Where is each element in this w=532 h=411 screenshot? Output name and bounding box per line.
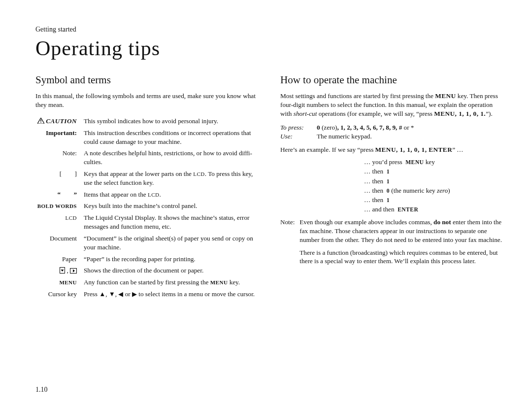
definition-term: , (35, 265, 84, 276)
definition-row: Paper“Paper” is the recording paper for … (35, 253, 258, 265)
definition-row: MENUAny function can be started by first… (35, 276, 258, 288)
definition-term: LCD (35, 212, 84, 233)
step-line: … then 1 (364, 195, 502, 205)
operate-intro: Most settings and functions are started … (280, 92, 502, 118)
symbol-intro: In this manual, the following symbols an… (35, 92, 258, 109)
shortcut-term: short-cut (294, 110, 317, 117)
definition-term: Paper (35, 253, 84, 265)
definition-term: Cursor key (35, 288, 84, 300)
operate-note: Note: Even though our example above incl… (280, 218, 502, 266)
text: or * (402, 124, 414, 131)
svg-marker-6 (73, 270, 75, 273)
definition-row: Important:This instruction describes con… (35, 127, 258, 148)
text: (zero) (320, 124, 337, 131)
heading-operate: How to operate the machine (280, 73, 502, 87)
running-head: Getting started (35, 26, 502, 34)
manual-page: Getting started Operating tips Symbol an… (0, 0, 532, 320)
note-p1: Even though our example above includes c… (299, 218, 502, 244)
text: Most settings and functions are started … (280, 92, 435, 100)
press-use-block: To press: 0 (zero), 1, 2, 3, 4, 5, 6, 7,… (280, 123, 502, 141)
definition-term: BOLD WORDS (35, 200, 84, 212)
definition-term: MENU (35, 276, 84, 288)
warning-icon (37, 118, 44, 124)
do-not: do not (433, 218, 451, 226)
definition-desc: Items that appear on the LCD. (84, 189, 258, 201)
col-symbol-and-terms: Symbol and terms In this manual, the fol… (35, 73, 258, 300)
text: ” … (452, 146, 463, 153)
definition-desc: A note describes helpful hints, restrict… (84, 147, 258, 168)
text: , 1, 2, 3, 4, 5, 6, 7, 8, 9, # (337, 124, 402, 131)
page-number: 1.10 (35, 386, 48, 394)
definition-desc: Press ▲, ▼, ◀ or ▶ to select items in a … (84, 288, 258, 300)
to-press-label: To press: (280, 123, 312, 132)
definition-desc: “Document” is the original sheet(s) of p… (84, 233, 258, 253)
svg-marker-4 (61, 270, 64, 272)
definition-row: CAUTIONThis symbol indicates how to avoi… (35, 115, 258, 127)
to-press-value: 0 (zero), 1, 2, 3, 4, 5, 6, 7, 8, 9, # o… (317, 123, 414, 132)
text: ”). (486, 110, 493, 117)
step-line: … then 1 (364, 176, 502, 186)
example-steps: … you’d press MENU key… then 1… then 1… … (364, 157, 502, 214)
definition-desc: Keys built into the machine’s control pa… (84, 200, 258, 212)
definition-desc: “Paper” is the recording paper for print… (84, 253, 258, 265)
menu-key: MENU (435, 92, 456, 100)
definition-term: CAUTION (35, 115, 84, 127)
definitions-table: CAUTIONThis symbol indicates how to avoi… (35, 115, 258, 300)
step-line: … and then ENTER (364, 205, 502, 214)
definition-desc: This symbol indicates how to avoid perso… (84, 115, 258, 127)
use-value: The numeric keypad. (317, 132, 372, 141)
text: 0 (317, 124, 320, 131)
definition-row: LCDThe Liquid Crystal Display. It shows … (35, 212, 258, 233)
heading-symbol: Symbol and terms (35, 73, 258, 87)
col-how-to-operate: How to operate the machine Most settings… (280, 73, 502, 300)
page-portrait-icon (60, 267, 65, 274)
definition-row: , Shows the direction of the document or… (35, 265, 258, 276)
definition-row: Cursor keyPress ▲, ▼, ◀ or ▶ to select i… (35, 288, 258, 300)
key-sequence: MENU, 1, 1, 0, 1, ENTER (375, 146, 453, 153)
svg-rect-1 (40, 119, 41, 121)
definition-term: [ ] (35, 168, 84, 189)
example-lead: Here’s an example. If we say “press MENU… (280, 145, 502, 154)
definition-row: Document“Document” is the original sheet… (35, 233, 258, 253)
definition-row: Note:A note describes helpful hints, res… (35, 147, 258, 168)
page-landscape-icon (70, 268, 77, 274)
text: Here’s an example. If we say “press (280, 146, 375, 153)
definition-term: Important: (35, 127, 84, 148)
definition-desc: Any function can be started by first pre… (84, 276, 258, 288)
note-p2: There is a function (broadcasting) which… (299, 248, 502, 266)
page-title: Operating tips (35, 36, 502, 60)
definition-term: Note: (35, 147, 84, 168)
definition-desc: Keys that appear at the lower parts on t… (84, 168, 258, 189)
definition-term: Document (35, 233, 84, 253)
note-label: Note: (280, 218, 295, 266)
definition-row: BOLD WORDSKeys built into the machine’s … (35, 200, 258, 212)
definition-desc: Shows the direction of the document or p… (84, 265, 258, 276)
definition-term: “ ” (35, 189, 84, 201)
svg-rect-2 (40, 122, 41, 123)
definition-desc: The Liquid Crystal Display. It shows the… (84, 212, 258, 233)
step-line: … then 0 (the numeric key zero) (364, 186, 502, 195)
key-sequence: MENU, 1, 1, 0, 1. (434, 110, 486, 117)
step-line: … then 1 (364, 167, 502, 176)
use-label: Use: (280, 132, 312, 141)
definition-row: “ ”Items that appear on the LCD. (35, 189, 258, 201)
text: Even though our example above includes c… (299, 218, 433, 226)
text: operations (for example, we will say, “p… (317, 110, 434, 117)
definition-row: [ ]Keys that appear at the lower parts o… (35, 168, 258, 189)
definition-desc: This instruction describes conditions or… (84, 127, 258, 148)
step-line: … you’d press MENU key (364, 157, 502, 167)
